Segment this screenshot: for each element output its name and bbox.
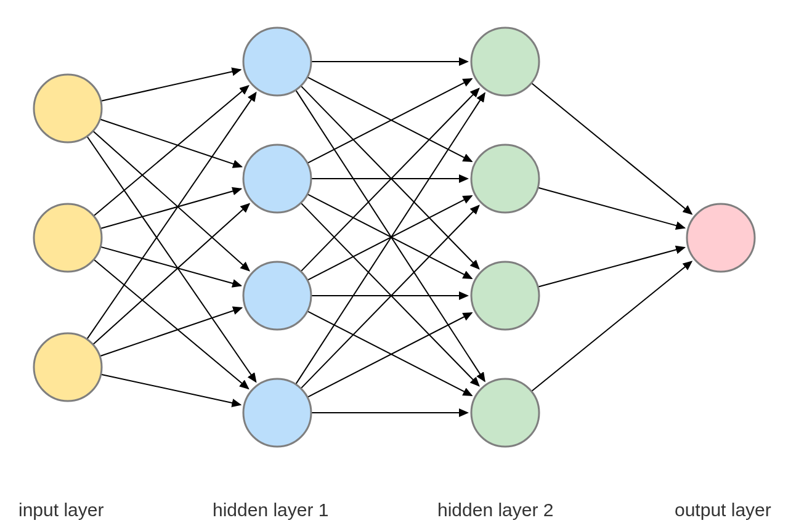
layer-label-2: hidden layer 2: [437, 500, 553, 521]
connection-edge: [100, 119, 242, 166]
layer-2-node-0: [471, 28, 539, 95]
connection-edge: [100, 308, 242, 357]
edges-group: [87, 62, 692, 413]
connection-edge: [301, 203, 479, 386]
connection-edge: [307, 313, 472, 397]
connection-edge: [296, 93, 485, 384]
connection-edge: [301, 206, 479, 389]
layer-1-node-0: [243, 28, 311, 95]
layer-1-node-1: [243, 145, 311, 213]
connection-edge: [301, 86, 479, 269]
connection-edge: [538, 248, 684, 287]
layer-1-node-2: [243, 262, 311, 330]
connection-edge: [532, 83, 692, 214]
connection-edge: [301, 89, 479, 272]
connection-edge: [532, 261, 692, 391]
neural-network-diagram: [0, 0, 812, 531]
connection-edge: [94, 259, 248, 389]
layer-2-node-1: [471, 145, 539, 213]
connection-edge: [307, 77, 472, 161]
connection-edge: [87, 136, 256, 381]
layer-2-node-2: [471, 262, 539, 330]
layer-0-node-0: [34, 75, 102, 142]
connection-edge: [100, 247, 241, 286]
connection-edge: [101, 375, 241, 405]
layer-label-1: hidden layer 1: [213, 500, 328, 521]
connection-edge: [538, 188, 684, 228]
layer-0-node-1: [34, 204, 102, 272]
layer-label-0: input layer: [18, 500, 104, 521]
connection-edge: [101, 70, 241, 101]
layer-1-node-3: [243, 379, 311, 447]
layer-label-3: output layer: [675, 500, 771, 521]
connection-edge: [87, 92, 256, 339]
connection-edge: [100, 189, 241, 229]
connection-edge: [93, 131, 250, 271]
layer-2-node-3: [471, 379, 539, 447]
layer-3-node-0: [687, 204, 755, 272]
layer-0-node-2: [34, 333, 102, 401]
connection-edge: [296, 90, 485, 381]
connection-edge: [94, 86, 248, 216]
